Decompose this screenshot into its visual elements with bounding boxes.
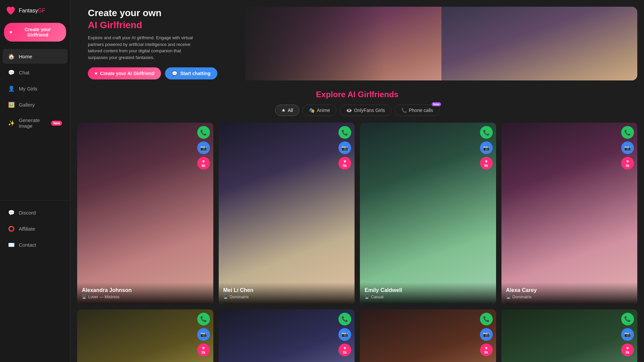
hero-chat-button[interactable]: 💬 Start chatting [165, 67, 217, 79]
card-actions: 📞 📷 ♥ 6k [338, 313, 351, 356]
phone-new-badge: New [432, 102, 441, 106]
sidebar-item-contact[interactable]: ✉️ Contact [3, 238, 67, 252]
call-button[interactable]: 📞 [338, 313, 351, 325]
sidebar-item-generate[interactable]: ✨ Generate image New [3, 113, 67, 133]
sidebar-bottom: 💬 Discord ⭕ Affiliate ✉️ Contact [0, 200, 70, 357]
like-button[interactable]: ♥ 6k [338, 344, 351, 356]
like-count: 6k [202, 164, 205, 168]
chat-bubble-icon: 💬 [172, 71, 177, 76]
new-badge: New [51, 121, 62, 126]
main-content: Create your own AI Girlfriend Explore an… [70, 0, 644, 362]
sidebar-item-affiliate[interactable]: ⭕ Affiliate [3, 222, 67, 236]
sidebar-item-my-girls[interactable]: 👤 My Girls [3, 81, 67, 96]
card-type: 🖥️ Dominatrix [506, 295, 633, 299]
like-button[interactable]: ♥ 6k [197, 157, 210, 170]
call-button[interactable]: 📞 [338, 126, 351, 139]
card-bg [501, 123, 638, 304]
girl-card-2[interactable]: 📞 📷 ♥ 6k Mei Li Chen 🖥️ Dominatrix [219, 123, 355, 304]
call-button[interactable]: 📞 [197, 313, 210, 325]
like-button[interactable]: ♥ 6k [480, 344, 493, 356]
gallery-icon: 🖼️ [8, 101, 15, 108]
photo-button[interactable]: 📷 [197, 141, 210, 154]
girl-card-4[interactable]: 📞 📷 ♥ 6k Alexa Carey 🖥️ Dominatrix [501, 123, 638, 304]
logo-text: FantasyGF [19, 8, 45, 14]
card-type: 🖥️ Casual [365, 295, 491, 299]
hero-description: Explore and craft your AI girlfriend. En… [88, 35, 202, 61]
affiliate-icon: ⭕ [8, 226, 15, 232]
photo-button[interactable]: 📷 [197, 328, 210, 341]
sidebar-item-gallery[interactable]: 🖼️ Gallery [3, 97, 67, 112]
girl-card-6[interactable]: 📞 📷 ♥ 6k Yuki Tanaka 🖥️ Casual [219, 309, 355, 362]
photo-button[interactable]: 📷 [480, 141, 493, 154]
explore-section: Explore AI Girlfriends ★ All 🎭 Anime 👁️ … [77, 90, 637, 362]
photo-button[interactable]: 📷 [480, 328, 493, 341]
card-actions: 📞 📷 ♥ 6k [480, 313, 493, 356]
chat-icon: 💬 [8, 69, 15, 76]
call-button[interactable]: 📞 [480, 126, 493, 139]
filter-tab-onlyfans[interactable]: 👁️ OnlyFans Girls [340, 105, 391, 116]
type-icon: 🖥️ [506, 295, 511, 299]
girl-card-1[interactable]: 📞 📷 ♥ 6k Alexandra Johnson 🖥️ Lover — Mi… [77, 123, 213, 304]
create-ai-icon: ♥ [95, 71, 97, 76]
card-name: Alexa Carey [506, 287, 633, 293]
like-count: 6k [343, 164, 346, 168]
photo-button[interactable]: 📷 [338, 328, 351, 341]
girl-card-7[interactable]: 📞 📷 ♥ 6k Isabella Rose 🖥️ Mistress [360, 309, 496, 362]
card-info: Emily Caldwell 🖥️ Casual [360, 283, 496, 304]
girl-card-8[interactable]: 📞 📷 ♥ 6k Emma Woods 🖥️ Lover [501, 309, 638, 362]
hero-portrait-2 [441, 7, 638, 80]
nav-items: 🏠 Home 💬 Chat 👤 My Girls 🖼️ Gallery ✨ Ge… [0, 48, 70, 200]
photo-button[interactable]: 📷 [621, 328, 634, 341]
card-actions: 📞 📷 ♥ 6k [197, 126, 210, 170]
phone-filter-icon: 📞 [401, 108, 407, 113]
hero-content: Create your own AI Girlfriend Explore an… [77, 7, 228, 80]
like-button[interactable]: ♥ 6k [621, 157, 634, 170]
filter-tab-all[interactable]: ★ All [275, 105, 300, 116]
heart-icon: ♥ [485, 346, 488, 351]
heart-icon: ♥ [343, 346, 346, 351]
card-bg [360, 309, 496, 362]
photo-button[interactable]: 📷 [621, 141, 634, 154]
call-button[interactable]: 📞 [197, 126, 210, 139]
type-icon: 🖥️ [223, 295, 228, 299]
heart-icon: ♥ [626, 159, 629, 164]
sidebar: FantasyGF ♥ Create your Girlfriend 🏠 Hom… [0, 0, 70, 362]
star-icon: ★ [281, 108, 286, 113]
anime-icon: 🎭 [309, 108, 315, 113]
contact-icon: ✉️ [8, 242, 15, 248]
sparkle-icon: ✨ [8, 120, 15, 126]
hero-create-button[interactable]: ♥ Create your AI Girlfriend [88, 67, 161, 79]
sidebar-item-chat[interactable]: 💬 Chat [3, 65, 67, 80]
like-count: 6k [202, 351, 205, 354]
hero-title: Create your own [88, 8, 217, 18]
like-button[interactable]: ♥ 6k [480, 157, 493, 170]
card-info: Mei Li Chen 🖥️ Dominatrix [219, 283, 355, 304]
call-button[interactable]: 📞 [480, 313, 493, 325]
sidebar-item-discord[interactable]: 💬 Discord [3, 205, 67, 220]
heart-icon: ♥ [485, 159, 488, 164]
card-bg [77, 309, 213, 362]
like-button[interactable]: ♥ 6k [338, 157, 351, 170]
logo: FantasyGF [0, 5, 70, 23]
card-bg [360, 123, 496, 304]
like-button[interactable]: ♥ 6k [621, 344, 634, 356]
like-count: 6k [626, 164, 629, 168]
like-button[interactable]: ♥ 6k [197, 344, 210, 356]
call-button[interactable]: 📞 [621, 126, 634, 139]
create-icon: ♥ [9, 29, 12, 35]
call-button[interactable]: 📞 [621, 313, 634, 325]
filter-tab-anime[interactable]: 🎭 Anime [303, 105, 336, 116]
type-icon: 🖥️ [82, 295, 87, 299]
create-girlfriend-button[interactable]: ♥ Create your Girlfriend [4, 23, 66, 42]
heart-icon: ♥ [343, 159, 346, 164]
cards-grid: 📞 📷 ♥ 6k Alexandra Johnson 🖥️ Lover — Mi… [77, 123, 637, 362]
photo-button[interactable]: 📷 [338, 141, 351, 154]
sidebar-item-home[interactable]: 🏠 Home [3, 49, 67, 64]
girl-card-3[interactable]: 📞 📷 ♥ 6k Emily Caldwell 🖥️ Casual [360, 123, 496, 304]
girl-card-5[interactable]: 📞 📷 ♥ 6k Sophia Blake 🖥️ Lover [77, 309, 213, 362]
person-icon: 👤 [8, 85, 15, 92]
logo-icon [5, 5, 16, 16]
hero-banner: Create your own AI Girlfriend Explore an… [77, 7, 637, 80]
card-bg [219, 123, 355, 304]
filter-tab-phone[interactable]: 📞 Phone calls New [395, 105, 439, 116]
